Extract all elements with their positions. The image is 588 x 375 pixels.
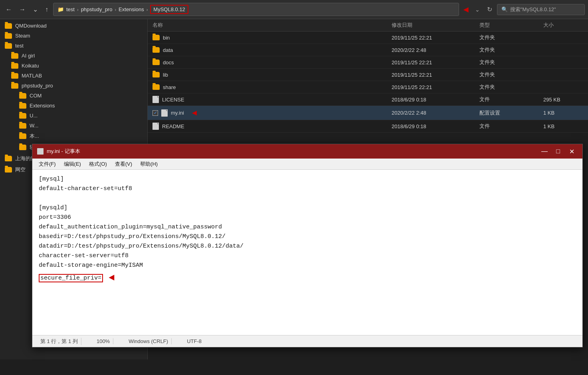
file-size: 1 KB xyxy=(543,123,583,129)
folder-icon xyxy=(152,60,160,65)
refresh-button[interactable]: ↻ xyxy=(485,4,495,15)
table-row[interactable]: bin 2019/11/25 22:21 文件夹 xyxy=(148,32,588,44)
sidebar-item-com[interactable]: COM xyxy=(0,91,147,101)
sidebar-item-label: QMDownload xyxy=(15,23,47,29)
menu-view[interactable]: 查看(V) xyxy=(112,159,135,169)
status-position: 第 1 行，第 1 列 xyxy=(37,338,81,345)
address-bar: ← → ⌄ ↑ 📁 test › phpstudy_pro › Extensio… xyxy=(0,0,588,19)
path-phpstudy: phpstudy_pro xyxy=(81,6,113,12)
address-dropdown-button[interactable]: ⌄ xyxy=(473,5,482,14)
file-name-cell: my.ini ◄ xyxy=(152,108,392,117)
close-button[interactable]: ✕ xyxy=(566,146,578,157)
file-type: 文件夹 xyxy=(479,83,543,91)
sidebar-item-label: W... xyxy=(30,123,38,129)
notepad-menubar: 文件(F) 编辑(E) 格式(O) 查看(V) 帮助(H) xyxy=(32,159,582,170)
nav-dropdown-button[interactable]: ⌄ xyxy=(30,4,40,15)
folder-icon xyxy=(152,47,160,53)
path-test: test xyxy=(66,6,75,12)
file-name: README xyxy=(162,123,184,129)
sidebar-item-w[interactable]: W... xyxy=(0,121,147,131)
file-modified: 2019/11/25 22:21 xyxy=(392,72,479,78)
maximize-button[interactable]: □ xyxy=(552,146,564,157)
folder-icon xyxy=(11,63,18,69)
notepad-window: my.ini - 记事本 — □ ✕ 文件(F) 编辑(E) 格式(O) 查看(… xyxy=(32,144,583,347)
doc-icon xyxy=(161,109,168,117)
folder-icon xyxy=(19,93,26,99)
file-name-cell: data xyxy=(152,47,392,53)
file-name: data xyxy=(163,47,173,53)
folder-icon xyxy=(19,133,26,139)
folder-icon xyxy=(19,113,26,119)
file-type: 文件 xyxy=(479,123,543,130)
table-row[interactable]: share 2019/11/25 22:21 文件夹 xyxy=(148,81,588,93)
folder-icon xyxy=(5,156,12,161)
nav-up-button[interactable]: ↑ xyxy=(43,4,51,15)
notepad-title: my.ini - 记事本 xyxy=(47,148,80,155)
table-row-myini[interactable]: my.ini ◄ 2020/2/22 2:48 配置设置 1 KB xyxy=(148,106,588,120)
content-line-1: [mysql] default-character-set=utf8 [mysq… xyxy=(39,176,244,282)
notepad-content[interactable]: [mysql] default-character-set=utf8 [mysq… xyxy=(32,170,582,335)
file-name-cell: lib xyxy=(152,72,392,78)
file-name: docs xyxy=(163,60,174,65)
table-row[interactable]: lib 2019/11/25 22:21 文件夹 xyxy=(148,69,588,81)
file-modified: 2018/6/29 0:18 xyxy=(392,97,479,103)
folder-icon xyxy=(19,123,26,129)
notepad-statusbar: 第 1 行，第 1 列 100% Windows (CRLF) UTF-8 xyxy=(32,335,582,347)
folder-icon xyxy=(11,53,18,59)
col-modified[interactable]: 修改日期 xyxy=(392,22,479,29)
sidebar-item-ben[interactable]: 本... xyxy=(0,131,147,142)
menu-help[interactable]: 帮助(H) xyxy=(137,159,161,169)
table-row[interactable]: data 2020/2/22 2:48 文件夹 xyxy=(148,44,588,56)
sidebar-item-matlab[interactable]: MATLAB xyxy=(0,71,147,81)
file-modified: 2019/11/25 22:21 xyxy=(392,60,479,65)
col-type[interactable]: 类型 xyxy=(479,22,543,29)
status-line-ending: Windows (CRLF) xyxy=(125,338,172,344)
sidebar-item-label: MATLAB xyxy=(22,73,42,79)
menu-edit[interactable]: 编辑(E) xyxy=(61,159,84,169)
sidebar-item-u[interactable]: U... xyxy=(0,111,147,121)
file-type: 文件夹 xyxy=(479,71,543,78)
folder-icon xyxy=(5,167,12,173)
status-encoding: UTF-8 xyxy=(184,338,205,344)
file-name-cell: bin xyxy=(152,35,392,41)
folder-icon xyxy=(5,33,12,39)
folder-icon xyxy=(19,145,26,150)
table-row[interactable]: docs 2019/11/25 22:21 文件夹 xyxy=(148,56,588,69)
table-row[interactable]: README 2018/6/29 0:18 文件 1 KB xyxy=(148,120,588,133)
sidebar-item-koikatu[interactable]: Koikatu xyxy=(0,61,147,71)
file-name-cell: README xyxy=(152,123,392,130)
folder-icon xyxy=(152,35,160,40)
doc-icon xyxy=(152,96,159,103)
table-row[interactable]: LICENSE 2018/6/29 0:18 文件 295 KB xyxy=(148,93,588,106)
address-path[interactable]: 📁 test › phpstudy_pro › Extensions › MyS… xyxy=(53,3,459,16)
file-name: lib xyxy=(163,72,168,78)
sidebar-item-phpstudy-pro[interactable]: phpstudy_pro xyxy=(0,81,147,91)
secure-file-priv-highlight: secure_file_priv= xyxy=(39,274,103,282)
col-name[interactable]: 名称 xyxy=(152,22,392,29)
minimize-button[interactable]: — xyxy=(539,146,550,157)
path-sep-3: › xyxy=(147,7,148,12)
sidebar-item-steam[interactable]: Steam xyxy=(0,31,147,41)
file-type: 文件夹 xyxy=(479,59,543,66)
myini-checkbox xyxy=(152,110,158,116)
sidebar-item-qmdownload[interactable]: QMDownload xyxy=(0,21,147,31)
sidebar-item-aigirl[interactable]: AI girl xyxy=(0,51,147,61)
sidebar-item-label: AI girl xyxy=(22,53,35,59)
folder-icon xyxy=(152,72,160,77)
file-name: LICENSE xyxy=(162,97,184,103)
menu-format[interactable]: 格式(O) xyxy=(86,159,110,169)
nav-forward-button[interactable]: → xyxy=(17,4,28,15)
file-size: 295 KB xyxy=(543,97,583,103)
search-placeholder: 搜索"MySQL8.0.12" xyxy=(510,6,556,13)
file-name-cell: share xyxy=(152,84,392,90)
sidebar-item-extensions[interactable]: Extensions xyxy=(0,101,147,111)
search-box[interactable]: 🔍 搜索"MySQL8.0.12" xyxy=(497,4,585,15)
sidebar-item-test[interactable]: test xyxy=(0,41,147,51)
file-type: 文件夹 xyxy=(479,46,543,54)
col-size[interactable]: 大小 xyxy=(543,22,583,29)
folder-icon xyxy=(5,43,12,49)
nav-back-button[interactable]: ← xyxy=(3,4,14,15)
path-folder-icon: 📁 xyxy=(57,6,64,12)
path-sep-1: › xyxy=(77,7,79,12)
menu-file[interactable]: 文件(F) xyxy=(36,159,59,169)
